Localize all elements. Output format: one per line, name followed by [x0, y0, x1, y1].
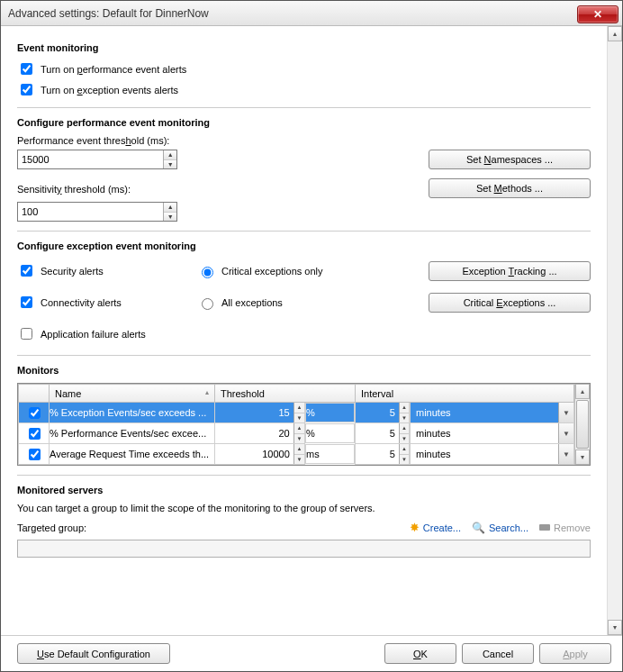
spinner[interactable]: ▲▼ [293, 444, 304, 464]
titlebar: Advanced settings: Default for DinnerNow… [1, 1, 622, 26]
checkbox-perf-alerts-label: Turn on performance event alerts [41, 64, 186, 75]
chevron-down-icon[interactable]: ▼ [558, 444, 573, 464]
checkbox-connectivity[interactable]: Connectivity alerts [17, 294, 197, 311]
checkbox-security[interactable]: Security alerts [17, 262, 197, 279]
cancel-button[interactable]: Cancel [462, 643, 534, 664]
set-namespaces-button[interactable]: Set Namespaces ... [429, 150, 591, 169]
monitors-table[interactable]: Name Threshold Interval % Exception Even… [18, 384, 574, 465]
close-button[interactable]: ✕ [577, 5, 618, 23]
row-threshold-input[interactable] [215, 403, 293, 422]
radio-critical-label: Critical exceptions only [221, 266, 323, 277]
scrollbar-thumb[interactable] [576, 400, 589, 449]
ok-button[interactable]: OK [384, 643, 456, 664]
col-threshold[interactable]: Threshold [215, 385, 356, 403]
dialog-footer: Use Default Configuration OK Cancel Appl… [1, 635, 622, 671]
divider [17, 231, 591, 232]
checkbox-appfail-input[interactable] [21, 328, 32, 340]
checkbox-exc-alerts-label: Turn on exception events alerts [41, 85, 178, 95]
section-monitors: Monitors [17, 365, 591, 376]
row-threshold-input[interactable] [215, 444, 293, 464]
spinner[interactable]: ▲▼ [399, 444, 409, 464]
chevron-down-icon[interactable]: ▾ [608, 620, 622, 635]
remove-link: Remove [539, 522, 591, 533]
checkbox-security-label: Security alerts [41, 266, 104, 277]
section-event-monitoring: Event monitoring [17, 42, 591, 53]
section-servers: Monitored servers [17, 485, 591, 495]
checkbox-perf-alerts[interactable]: Turn on performance event alerts [17, 60, 591, 77]
spinner[interactable]: ▲▼ [399, 423, 409, 443]
col-interval[interactable]: Interval [356, 385, 574, 403]
input-perf-threshold[interactable]: ▲▼ [17, 150, 177, 169]
checkbox-connectivity-input[interactable] [21, 296, 32, 308]
chevron-down-icon[interactable]: ▼ [164, 213, 176, 222]
set-methods-button[interactable]: Set Methods ... [429, 178, 591, 198]
row-interval-unit-combo[interactable]: minutes▼ [410, 444, 573, 464]
spinner-perf-threshold[interactable]: ▲▼ [163, 150, 176, 168]
spinner[interactable]: ▲▼ [293, 403, 304, 422]
radio-all-input[interactable] [202, 298, 213, 310]
chevron-up-icon[interactable]: ▴ [608, 26, 622, 41]
radio-critical-input[interactable] [202, 267, 213, 278]
row-threshold-unit: ms [305, 444, 355, 464]
checkbox-exc-alerts-input[interactable] [21, 84, 32, 95]
row-checkbox[interactable] [29, 407, 41, 419]
scroll-track[interactable] [608, 41, 622, 620]
search-link[interactable]: 🔍Search... [472, 522, 528, 534]
input-sensitivity-field[interactable] [18, 203, 163, 221]
row-threshold-unit: % [305, 403, 355, 422]
exception-tracking-button[interactable]: Exception Tracking ... [429, 261, 591, 281]
table-row[interactable]: Average Request Time exceeds th...▲▼ms▲▼… [19, 444, 574, 465]
row-checkbox[interactable] [29, 449, 41, 460]
divider [17, 355, 591, 356]
row-interval-input[interactable] [356, 403, 399, 422]
search-icon: 🔍 [472, 522, 485, 534]
chevron-down-icon[interactable]: ▼ [164, 160, 176, 169]
input-perf-threshold-field[interactable] [18, 150, 163, 168]
row-checkbox[interactable] [29, 428, 41, 440]
star-icon: ✸ [410, 521, 420, 534]
divider [17, 475, 591, 476]
row-threshold-input[interactable] [215, 423, 293, 443]
radio-all[interactable]: All exceptions [197, 295, 377, 310]
targeted-group-label: Targeted group: [17, 522, 86, 533]
chevron-down-icon[interactable]: ▾ [575, 450, 590, 465]
col-check[interactable] [19, 385, 50, 403]
chevron-down-icon[interactable]: ▼ [558, 403, 573, 422]
page-scrollbar[interactable]: ▴ ▾ [607, 26, 622, 635]
section-exc-config: Configure exception event monitoring [17, 241, 591, 251]
label-perf-threshold: Performance event threshold (ms): [17, 135, 591, 146]
spinner[interactable]: ▲▼ [399, 403, 409, 422]
divider [17, 107, 591, 108]
row-name: Average Request Time exceeds th... [50, 444, 215, 465]
table-row[interactable]: % Exception Events/sec exceeds ...▲▼%▲▼m… [19, 403, 574, 423]
label-sensitivity: Sensitivity threshold (ms): [17, 184, 429, 195]
radio-critical[interactable]: Critical exceptions only [197, 264, 377, 278]
checkbox-exc-alerts[interactable]: Turn on exception events alerts [17, 81, 591, 98]
critical-exceptions-button[interactable]: Critical Exceptions ... [429, 293, 591, 313]
chevron-up-icon[interactable]: ▲ [164, 150, 176, 160]
checkbox-appfail[interactable]: Application failure alerts [17, 325, 197, 342]
row-interval-unit-combo[interactable]: minutes▼ [410, 423, 573, 443]
row-name: % Exception Events/sec exceeds ... [50, 403, 215, 423]
chevron-up-icon[interactable]: ▲ [164, 203, 176, 213]
col-name[interactable]: Name [50, 385, 215, 403]
checkbox-appfail-label: Application failure alerts [41, 329, 146, 340]
window-title: Advanced settings: Default for DinnerNow [8, 7, 209, 20]
row-interval-input[interactable] [356, 423, 399, 443]
spinner[interactable]: ▲▼ [293, 423, 304, 443]
row-threshold-unit: % [305, 423, 355, 443]
checkbox-security-input[interactable] [21, 265, 32, 277]
row-interval-input[interactable] [356, 444, 399, 464]
row-interval-unit-combo[interactable]: minutes▼ [410, 403, 573, 422]
use-default-button[interactable]: Use Default Configuration [17, 643, 170, 664]
input-sensitivity[interactable]: ▲▼ [17, 202, 177, 222]
create-link[interactable]: ✸Create... [410, 521, 461, 534]
row-name: % Performance Events/sec excee... [50, 423, 215, 444]
chevron-down-icon[interactable]: ▼ [558, 423, 573, 443]
chevron-up-icon[interactable]: ▴ [575, 384, 590, 399]
close-icon: ✕ [593, 8, 602, 21]
monitors-scrollbar[interactable]: ▴ ▾ [574, 384, 590, 465]
checkbox-perf-alerts-input[interactable] [21, 63, 32, 75]
table-row[interactable]: % Performance Events/sec excee...▲▼%▲▼mi… [19, 423, 574, 444]
spinner-sensitivity[interactable]: ▲▼ [163, 203, 176, 221]
